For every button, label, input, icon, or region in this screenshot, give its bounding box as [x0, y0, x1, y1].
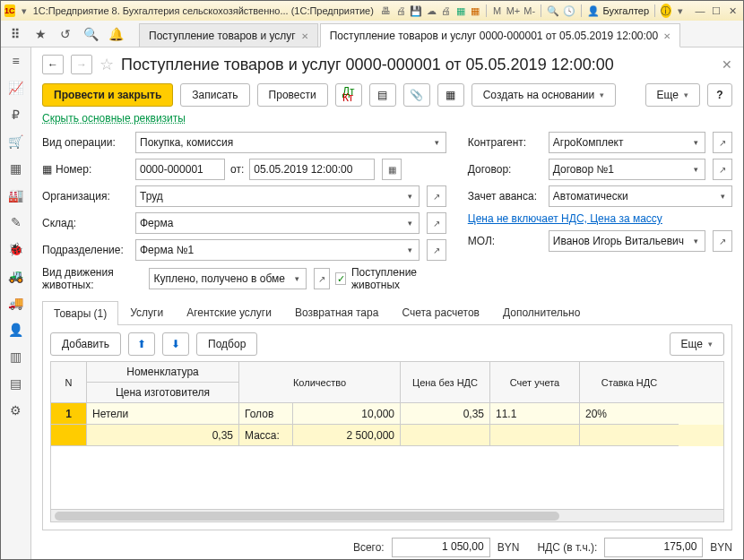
open-button[interactable]: ↗ — [713, 132, 732, 153]
close-button[interactable]: ✕ — [725, 4, 740, 17]
chevron-down-icon[interactable]: ▾ — [289, 268, 307, 289]
search-icon[interactable]: 🔍 — [82, 25, 99, 43]
move-up-button[interactable]: ⬆ — [128, 332, 155, 356]
tab-close-icon[interactable]: ✕ — [301, 31, 308, 41]
apps-icon[interactable]: ⠿ — [6, 25, 24, 43]
m-minus-icon[interactable]: M- — [523, 4, 535, 18]
sidebar-person-icon[interactable]: 👤 — [8, 322, 24, 338]
cell-price[interactable]: 0,35 — [401, 403, 490, 425]
chevron-down-icon[interactable]: ▾ — [402, 212, 420, 234]
create-based-button[interactable]: Создать на основании — [471, 83, 617, 107]
date-input[interactable]: 05.05.2019 12:00:00 — [249, 159, 375, 180]
tab-services[interactable]: Услуги — [118, 300, 175, 324]
org-combo[interactable]: Труд ▾ — [135, 185, 420, 207]
table-row[interactable]: 1 Нетели Голов 10,000 0,35 11.1 20% — [51, 403, 723, 425]
nav-fwd-button[interactable]: → — [71, 55, 92, 74]
price-settings-link[interactable]: Цена не включает НДС, Цена за массу — [468, 212, 662, 225]
chevron-down-icon[interactable]: ▾ — [402, 185, 420, 207]
sidebar-feather-icon[interactable]: ✎ — [8, 214, 24, 230]
op-combo[interactable]: Покупка, комиссия ▾ — [135, 132, 446, 153]
printer2-icon[interactable]: 🖨 — [440, 4, 451, 18]
maximize-button[interactable]: ☐ — [709, 4, 723, 17]
tab-close-icon[interactable]: ✕ — [663, 31, 670, 41]
sidebar-cart-icon[interactable]: 🛒 — [8, 134, 24, 150]
tab-accounts[interactable]: Счета расчетов — [390, 300, 491, 324]
cloud-icon[interactable]: ☁ — [426, 4, 437, 18]
contract-combo[interactable]: Договор №1 ▾ — [549, 159, 705, 180]
favorite-toggle[interactable]: ☆ — [99, 55, 114, 74]
cell-acc[interactable]: 11.1 — [490, 403, 580, 425]
table-row-sub[interactable]: 0,35 Масса: 2 500,000 — [51, 425, 723, 446]
print-icon[interactable]: 🖨 — [395, 4, 406, 18]
chevron-down-icon[interactable]: ▾ — [428, 132, 446, 153]
store-combo[interactable]: Ферма ▾ — [135, 212, 420, 234]
open-button[interactable]: ↗ — [314, 268, 330, 289]
sidebar-ruble-icon[interactable]: ₽ — [8, 107, 24, 123]
cell-nom[interactable]: Нетели — [87, 403, 239, 425]
info-icon[interactable]: ⓘ — [661, 4, 671, 18]
mol-combo[interactable]: Иванов Игорь Витальевич ▾ — [549, 230, 705, 252]
sidebar-chart-icon[interactable]: 📈 — [8, 80, 24, 96]
table-more-button[interactable]: Еще — [670, 332, 724, 356]
chevron-down-icon[interactable]: ▾ — [402, 239, 420, 261]
m-icon[interactable]: M — [492, 4, 503, 18]
open-button[interactable]: ↗ — [713, 159, 732, 180]
chevron-down-icon[interactable]: ▾ — [688, 132, 705, 153]
m-plus-icon[interactable]: M+ — [506, 4, 521, 18]
zoom-icon[interactable]: 🔍 — [547, 4, 559, 18]
sidebar-factory-icon[interactable]: 🏭 — [8, 187, 24, 203]
h-scrollbar[interactable] — [51, 509, 723, 521]
tab-agent[interactable]: Агентские услуги — [175, 300, 283, 324]
nav-back-button[interactable]: ← — [42, 55, 64, 74]
calendar-icon[interactable]: ▦ — [470, 4, 480, 18]
sidebar-tractor-icon[interactable]: 🚜 — [8, 268, 24, 284]
cell-nom-sub[interactable]: 0,35 — [87, 425, 239, 446]
tab-doc-current[interactable]: Поступление товаров и услуг 0000-000001 … — [320, 23, 680, 47]
tab-doc-list[interactable]: Поступление товаров и услуг ✕ — [139, 23, 318, 47]
minimize-button[interactable]: — — [693, 4, 707, 17]
doc-icon-button[interactable]: ▤ — [369, 83, 396, 107]
calc-icon[interactable]: ▦ — [454, 4, 465, 18]
sidebar-truck-icon[interactable]: 🚚 — [8, 295, 24, 311]
post-button[interactable]: Провести — [257, 83, 328, 107]
attach-button[interactable]: 📎 — [403, 83, 430, 107]
document-close-icon[interactable]: ✕ — [722, 57, 732, 72]
mov-combo[interactable]: Куплено, получено в обме ▾ — [149, 268, 307, 289]
chevron-down-icon[interactable]: ▾ — [714, 185, 732, 207]
tab-extra[interactable]: Дополнительно — [491, 300, 592, 324]
more-button[interactable]: Еще — [645, 83, 700, 107]
chevron-down-icon[interactable]: ▾ — [688, 230, 705, 252]
dep-combo[interactable]: Ферма №1 ▾ — [135, 239, 420, 261]
post-and-close-button[interactable]: Провести и закрыть — [42, 83, 173, 107]
dtkt-button[interactable]: ДтКт — [335, 83, 362, 107]
open-button[interactable]: ↗ — [427, 239, 446, 261]
save-icon[interactable]: 💾 — [410, 4, 422, 18]
sidebar-warehouse-icon[interactable]: ▦ — [8, 160, 24, 177]
clock-icon[interactable]: 🕓 — [563, 4, 575, 18]
save-button[interactable]: Записать — [180, 83, 249, 107]
open-button[interactable]: ↗ — [427, 212, 446, 234]
open-button[interactable]: ↗ — [427, 185, 446, 207]
sidebar-menu-icon[interactable]: ≡ — [8, 53, 24, 69]
tab-goods[interactable]: Товары (1) — [42, 301, 118, 325]
chevron-down-icon[interactable]: ▾ — [688, 159, 705, 180]
calendar-button[interactable]: ▦ — [382, 159, 402, 180]
bell-icon[interactable]: 🔔 — [107, 25, 125, 43]
pick-button[interactable]: Подбор — [196, 332, 257, 356]
sidebar-bars-icon[interactable]: ▥ — [8, 349, 24, 365]
tab-tare[interactable]: Возвратная тара — [283, 300, 391, 324]
toggle-props-link[interactable]: Скрыть основные реквизиты — [42, 112, 186, 125]
num-input[interactable]: 0000-000001 — [135, 159, 225, 180]
info-drop-icon[interactable]: ▾ — [675, 4, 686, 18]
partner-combo[interactable]: АгроКомплект ▾ — [549, 132, 705, 153]
print-preview-icon[interactable]: 🖶 — [381, 4, 392, 18]
structure-button[interactable]: ▦ — [437, 83, 464, 107]
sidebar-bug-icon[interactable]: 🐞 — [8, 241, 24, 257]
sidebar-books-icon[interactable]: ▤ — [8, 375, 24, 392]
animals-checkbox[interactable] — [335, 272, 346, 285]
cell-vat[interactable]: 20% — [580, 403, 679, 425]
cell-qty-val[interactable]: 10,000 — [293, 403, 401, 425]
help-button[interactable]: ? — [707, 83, 732, 107]
add-row-button[interactable]: Добавить — [50, 332, 121, 356]
move-down-button[interactable]: ⬇ — [162, 332, 189, 356]
